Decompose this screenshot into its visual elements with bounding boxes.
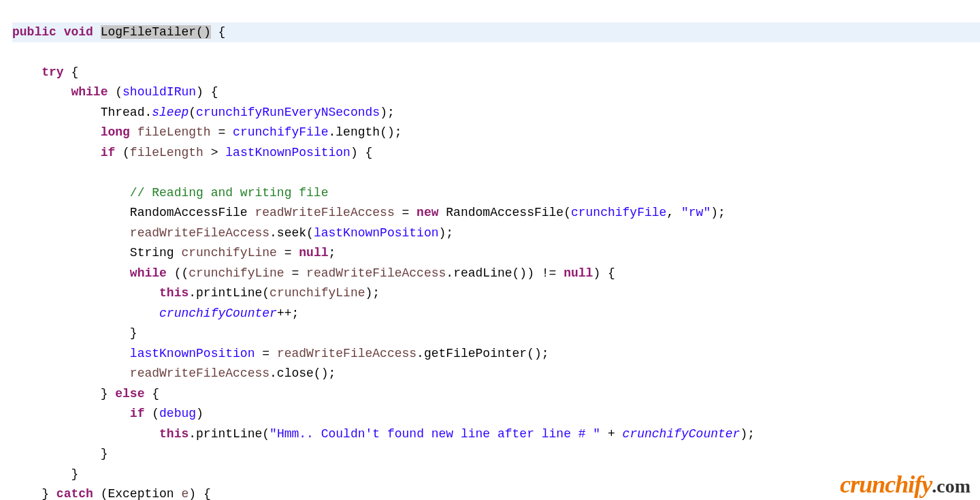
watermark-dotcom: .com (932, 475, 970, 497)
code-line-11: while ((crunchifyLine = readWriteFileAcc… (12, 266, 615, 280)
code-line-15: lastKnownPosition = readWriteFileAccess.… (12, 347, 549, 360)
code-line-blank (12, 166, 20, 179)
code-line-19: this.printLine("Hmm.. Couldn't found new… (12, 427, 755, 441)
code-line-17: } else { (12, 387, 159, 401)
code-line-16: readWriteFileAccess.close(); (12, 366, 336, 380)
code-line-14: } (12, 326, 137, 340)
code-line-12: this.printLine(crunchifyLine); (12, 286, 380, 300)
code-line-7: // Reading and writing file (12, 186, 328, 200)
code-line-21: } (12, 467, 78, 481)
code-line-22: } catch (Exception e) { (12, 487, 211, 500)
method-name-selection: LogFileTailer() (101, 25, 211, 39)
code-line-4: Thread.sleep(crunchifyRunEveryNSeconds); (12, 106, 395, 119)
code-line-20: } (12, 447, 108, 460)
code-line-13: crunchifyCounter++; (12, 307, 299, 320)
code-line-5: long fileLength = crunchifyFile.length()… (12, 125, 402, 139)
keyword-public: public (12, 25, 56, 39)
code-line-9: readWriteFileAccess.seek(lastKnownPositi… (12, 226, 453, 240)
code-line-6: if (fileLength > lastKnownPosition) { (12, 146, 372, 159)
code-line-1: public void LogFileTailer() { (12, 22, 980, 43)
code-line-8: RandomAccessFile readWriteFileAccess = n… (12, 206, 725, 219)
keyword-void: void (64, 25, 93, 39)
code-line-18: if (debug) (12, 407, 203, 420)
watermark-brand: crunchify (840, 471, 932, 498)
code-line-2: try { (12, 65, 78, 79)
code-line-10: String crunchifyLine = null; (12, 246, 336, 260)
watermark: crunchify.com (840, 475, 970, 497)
code-line-3: while (shouldIRun) { (12, 85, 218, 99)
code-block: public void LogFileTailer() { try { whil… (0, 0, 980, 500)
